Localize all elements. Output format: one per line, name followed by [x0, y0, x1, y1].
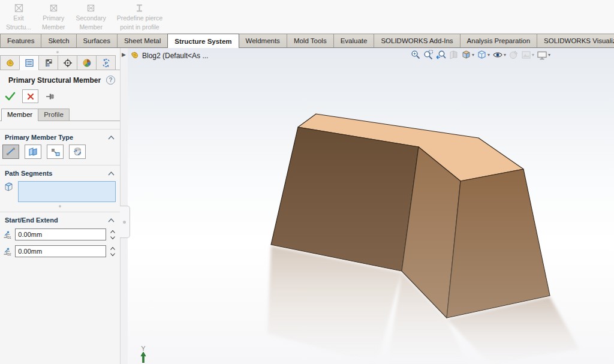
tab-dimxpert-manager[interactable] — [58, 55, 77, 70]
model-face-right[interactable] — [447, 169, 550, 318]
hide-show-items-button[interactable]: ▾ — [492, 50, 506, 59]
tab-solidworks-visualize[interactable]: SOLIDWORKS Visualize — [537, 34, 614, 47]
tab-sketch[interactable]: Sketch — [41, 34, 76, 47]
subtab-member[interactable]: Member — [1, 109, 38, 121]
predefine-pierce-button[interactable]: Predefine pierce point in profile — [117, 3, 162, 31]
section-view-button[interactable] — [449, 50, 459, 60]
primary-member-button[interactable]: Primary Member — [42, 3, 65, 31]
exit-structure-button[interactable]: Exit Structu... — [6, 3, 31, 31]
property-manager-panel: P Primary Structural Member ? — [0, 48, 120, 364]
dropdown-caret-icon[interactable]: ▾ — [504, 52, 506, 58]
dropdown-caret-icon[interactable]: ▾ — [487, 52, 490, 58]
selection-box-resize-grip[interactable] — [59, 205, 61, 207]
spin-down-icon[interactable] — [109, 251, 116, 257]
svg-text:D1: D1 — [7, 236, 11, 239]
collapse-chevron-icon[interactable] — [108, 172, 115, 176]
secondary-member-icon — [86, 3, 96, 13]
face-member-button[interactable] — [69, 145, 86, 159]
tab-mold-tools[interactable]: Mold Tools — [287, 34, 334, 47]
display-style-button[interactable]: ▾ — [477, 50, 490, 60]
heads-up-toolbar: ▾ ▾ ▾ — [411, 50, 550, 60]
previous-view-button[interactable] — [436, 50, 446, 60]
spin-up-icon[interactable] — [109, 228, 116, 234]
tab-structure-system[interactable]: Structure System — [167, 34, 239, 48]
end-extend-icon: D2 — [2, 246, 12, 257]
spin-down-icon[interactable] — [109, 234, 116, 240]
apply-scene-icon — [521, 50, 531, 60]
panel-splitter[interactable]: ▶ — [120, 48, 128, 364]
tab-configuration-manager[interactable] — [38, 55, 58, 70]
plane-member-button[interactable] — [25, 145, 41, 159]
tab-property-manager[interactable] — [19, 55, 39, 70]
display-style-icon — [477, 50, 487, 60]
tab-evaluate[interactable]: Evaluate — [333, 34, 375, 47]
previous-view-icon — [436, 50, 446, 60]
model-face-left[interactable] — [271, 127, 419, 271]
panel-tab-strip: P — [0, 55, 120, 70]
property-manager-icon — [25, 58, 34, 68]
section-path-segments: Path Segments — [0, 165, 120, 207]
spin-up-icon[interactable] — [109, 245, 116, 251]
display-manager-icon — [82, 58, 92, 68]
svg-text:P: P — [104, 61, 108, 66]
help-icon[interactable]: ? — [106, 76, 115, 85]
point-member-button[interactable] — [47, 145, 64, 159]
feature-tree-row[interactable]: Blog2 (Default<As ... — [130, 51, 208, 60]
view-orientation-button[interactable]: ▾ — [461, 50, 474, 60]
edit-appearance-icon — [508, 50, 519, 60]
dropdown-caret-icon[interactable]: ▾ — [532, 52, 534, 58]
graphics-viewport[interactable]: Blog2 (Default<As ... — [128, 48, 614, 364]
collapse-chevron-icon[interactable] — [108, 136, 115, 140]
ok-button[interactable] — [5, 92, 16, 101]
start-extend-spinner — [109, 228, 116, 240]
pin-icon[interactable] — [45, 92, 56, 101]
subtab-profile[interactable]: Profile — [38, 109, 70, 121]
zoom-to-fit-button[interactable] — [411, 50, 421, 60]
collapse-chevron-icon[interactable] — [108, 218, 115, 222]
end-extend-spinner — [109, 245, 116, 257]
cam-manager-icon: P — [101, 58, 111, 68]
apply-scene-button[interactable]: ▾ — [521, 50, 534, 60]
section-label: Start/End Extend — [5, 216, 108, 224]
end-extend-input[interactable] — [15, 245, 106, 257]
model-canvas — [128, 48, 614, 364]
section-view-icon — [449, 50, 459, 60]
tab-solidworks-add-ins[interactable]: SOLIDWORKS Add-Ins — [374, 34, 460, 47]
tab-display-manager[interactable] — [77, 55, 97, 70]
path-segment-member-button[interactable] — [2, 145, 19, 159]
section-label: Path Segments — [5, 170, 108, 177]
section-label: Primary Member Type — [5, 134, 108, 141]
triad-axis-label: Y — [136, 345, 151, 352]
tab-analysis-preparation[interactable]: Analysis Preparation — [460, 34, 537, 47]
dropdown-caret-icon[interactable]: ▾ — [548, 52, 550, 58]
eye-icon — [492, 50, 503, 59]
plane-member-icon — [28, 147, 38, 157]
path-segments-selection-field[interactable] — [18, 181, 116, 202]
tree-root-label: Blog2 (Default<As ... — [142, 52, 208, 60]
secondary-member-button[interactable]: Secondary Member — [76, 3, 106, 31]
zoom-to-area-icon — [423, 50, 434, 60]
tab-surfaces[interactable]: Surfaces — [76, 34, 118, 47]
flyout-tree-arrow-icon[interactable]: ▶ — [122, 52, 126, 58]
zoom-to-fit-icon — [411, 50, 421, 60]
tab-featuremanager-tree[interactable] — [0, 55, 20, 70]
dropdown-caret-icon[interactable]: ▾ — [472, 52, 474, 58]
segment-selection-icon — [3, 181, 14, 192]
tab-features[interactable]: Features — [0, 34, 41, 47]
panel-resize-grip[interactable] — [0, 48, 120, 55]
view-orientation-icon — [461, 50, 471, 60]
featuremanager-tree-icon — [5, 58, 15, 68]
edit-appearance-button[interactable] — [508, 50, 519, 60]
start-extend-icon: D1 — [2, 230, 12, 240]
tab-sheet-metal[interactable]: Sheet Metal — [117, 34, 168, 47]
panel-collapse-handle[interactable] — [120, 206, 130, 238]
zoom-to-area-button[interactable] — [423, 50, 434, 60]
start-extend-input[interactable] — [15, 228, 106, 240]
tab-cam-manager[interactable]: P — [96, 55, 116, 70]
member-profile-tabstrip: Member Profile — [0, 107, 120, 121]
cancel-button[interactable] — [22, 89, 38, 103]
button-label-line: Structu... — [6, 23, 31, 31]
view-settings-button[interactable]: ▾ — [537, 50, 550, 60]
ribbon: Exit Structu... Primary Member Secondary… — [0, 0, 614, 34]
tab-weldments[interactable]: Weldments — [239, 34, 287, 47]
